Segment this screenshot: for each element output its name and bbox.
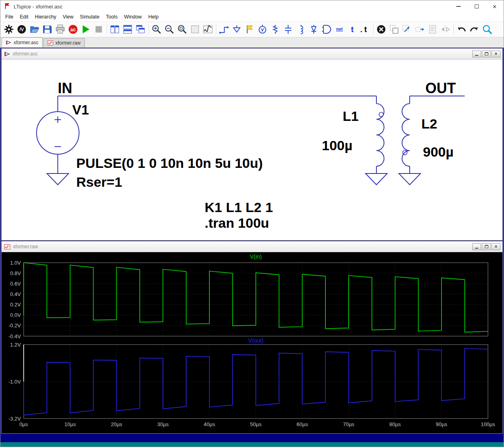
v1-name-label[interactable]: V1 [72, 102, 89, 117]
close-button[interactable]: × [486, 0, 504, 12]
schematic-maximize-button[interactable] [482, 51, 491, 57]
x-axis-label: 50µs [250, 421, 262, 427]
inductor-l1[interactable] [376, 104, 384, 166]
copy-bitmap-icon[interactable] [190, 24, 200, 35]
schematic-file-icon [6, 40, 12, 45]
undo-icon[interactable] [456, 24, 467, 35]
y-axis-label: 0.6V [10, 281, 21, 287]
minimize-button[interactable] [449, 0, 467, 12]
window-title: LTspice - xformer.asc [14, 4, 63, 10]
halt-icon[interactable] [93, 24, 104, 35]
paste-icon[interactable] [427, 24, 438, 35]
tran-directive-text[interactable]: .tran 100u [205, 215, 269, 231]
waveform-maximize-button[interactable] [482, 243, 491, 250]
coupling-directive-text[interactable]: K1 L1 L2 1 [205, 200, 273, 215]
waveform-close-button[interactable]: × [492, 243, 500, 250]
waveform-plot-area[interactable]: 1.0V0.8V0.6V0.4V0.2V0.0V-0.2V-0.4VV(in)1… [2, 252, 502, 433]
schematic-svg[interactable]: INOUTV1PULSE(0 1 0 10n 10n 5u 10u)Rser=1… [2, 59, 502, 240]
x-axis-label: 100µs [481, 421, 495, 427]
schematic-window: xformer.asc × INOUTV1PULSE(0 1 0 10n 10n… [1, 48, 503, 241]
app-logo-icon [4, 2, 11, 11]
net-name-icon[interactable]: net [334, 24, 345, 35]
l1-name-label[interactable]: L1 [343, 108, 359, 124]
x-axis-label: 20µs [111, 421, 122, 427]
status-strip [0, 442, 504, 447]
schematic-window-titlebar[interactable]: xformer.asc × [2, 49, 502, 59]
ac-analysis-icon[interactable]: ac [68, 24, 78, 35]
ground-icon[interactable] [232, 24, 242, 35]
schematic-file-icon [4, 51, 10, 57]
find-icon[interactable] [482, 24, 492, 35]
net-label-in[interactable]: IN [58, 80, 72, 96]
inductor-l2[interactable] [402, 104, 410, 166]
duplicate-icon[interactable] [389, 24, 399, 35]
y-axis-label: 1.0V [10, 260, 21, 266]
menu-tools[interactable]: Tools [103, 13, 121, 21]
trace-title-V(in)[interactable]: V(in) [250, 253, 262, 260]
y-axis-label: 0.4V [10, 291, 21, 297]
maximize-button[interactable] [467, 0, 486, 12]
diode-icon[interactable] [309, 24, 319, 35]
waveform-window-titlebar[interactable]: xformer.raw × [2, 241, 502, 252]
cascade-icon[interactable] [135, 24, 146, 35]
svg-text:t: t [364, 24, 367, 34]
tab-label: xformer.raw [55, 40, 81, 46]
voltage-source-icon[interactable] [257, 24, 268, 35]
v1-value-label[interactable]: PULSE(0 1 0 10n 10n 5u 10u) [76, 155, 263, 171]
capacitor-icon[interactable] [283, 24, 293, 35]
zoom-fit-icon[interactable] [177, 24, 187, 35]
voltage-source-v1[interactable] [37, 112, 79, 154]
l2-value-label[interactable]: 900µ [423, 144, 453, 159]
trace-V(in)[interactable] [24, 263, 488, 332]
title-bar[interactable]: LTspice - xformer.asc × [0, 0, 504, 12]
inductor-icon[interactable] [296, 24, 306, 35]
toolbar-separator [453, 24, 454, 35]
v1-rser-label[interactable]: Rser=1 [76, 174, 122, 190]
waveform-minimize-button[interactable] [472, 243, 481, 250]
trace-title-V(out)[interactable]: V(out) [248, 337, 263, 344]
stretch-icon[interactable] [415, 24, 425, 35]
menu-edit[interactable]: Edit [16, 13, 32, 21]
delete-icon[interactable] [376, 24, 386, 35]
menu-view[interactable]: View [59, 13, 77, 21]
menu-hierarchy[interactable]: Hierarchy [32, 13, 60, 21]
component-icon[interactable] [321, 24, 332, 35]
net-label-out[interactable]: OUT [425, 80, 456, 96]
schematic-canvas[interactable]: INOUTV1PULSE(0 1 0 10n 10n 5u 10u)Rser=1… [2, 59, 502, 240]
menu-help[interactable]: Help [145, 13, 162, 21]
y-axis-label: -3.2V [8, 416, 21, 422]
menu-simulate[interactable]: Simulate [77, 13, 103, 21]
open-icon[interactable] [29, 24, 40, 35]
l1-value-label[interactable]: 100µ [322, 138, 352, 153]
new-schematic-icon[interactable] [16, 24, 27, 35]
waveform-file-icon [47, 40, 53, 46]
drag-icon[interactable] [402, 24, 412, 35]
menu-file[interactable]: File [2, 13, 16, 21]
zoom-out-icon[interactable] [164, 24, 175, 35]
run-icon[interactable] [81, 24, 91, 35]
tile-vertical-icon[interactable] [110, 24, 120, 35]
l2-name-label[interactable]: L2 [421, 116, 437, 131]
schematic-minimize-button[interactable] [472, 51, 481, 57]
label-net-icon[interactable] [244, 24, 255, 35]
control-panel-icon[interactable] [4, 24, 14, 35]
redo-icon[interactable] [469, 24, 480, 35]
menu-window[interactable]: Window [121, 13, 145, 21]
print-icon[interactable] [55, 24, 65, 35]
waveform-icon[interactable] [203, 24, 213, 35]
text-icon[interactable]: t [347, 24, 358, 35]
y-axis-label: 0.2V [10, 302, 21, 308]
trace-V(out)[interactable] [24, 349, 488, 415]
menu-bar: FileEditHierarchyViewSimulateToolsWindow… [0, 12, 504, 21]
schematic-close-button[interactable]: × [492, 51, 500, 57]
resistor-icon[interactable] [270, 24, 280, 35]
tab-xformer.raw[interactable]: xformer.raw [43, 38, 85, 47]
waveform-svg[interactable]: 1.0V0.8V0.6V0.4V0.2V0.0V-0.2V-0.4VV(in)1… [2, 252, 502, 434]
tab-xformer.asc[interactable]: xformer.asc [2, 37, 43, 47]
spice-directive-icon[interactable]: t [360, 24, 370, 35]
tile-horizontal-icon[interactable] [122, 24, 133, 35]
wire-icon[interactable] [219, 24, 229, 35]
zoom-in-icon[interactable] [151, 24, 162, 35]
save-icon[interactable] [42, 24, 53, 35]
mirror-icon[interactable] [440, 24, 451, 35]
